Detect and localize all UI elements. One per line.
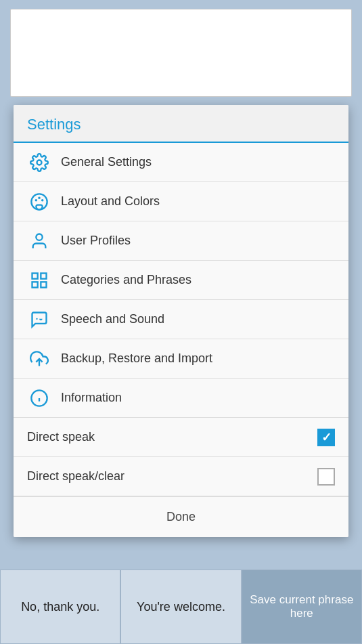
menu-item-information[interactable]: Information [14,379,348,418]
menu-item-general-settings[interactable]: General Settings [14,143,348,182]
svg-point-0 [37,160,42,165]
svg-point-5 [36,234,42,240]
settings-menu: Settings General Settings Layout and Col… [14,105,348,537]
toggle-direct-speak-label: Direct speak [27,430,95,444]
gear-icon [27,150,51,175]
done-label: Done [166,510,196,524]
top-area [0,0,362,105]
menu-title: Settings [27,116,81,133]
youre-welcome-button[interactable]: You're welcome. [120,570,241,644]
menu-item-speech-sound[interactable]: Speech and Sound [14,300,348,339]
menu-header: Settings [14,105,348,143]
menu-item-categories-phrases[interactable]: Categories and Phrases [14,261,348,300]
menu-item-label: User Profiles [61,234,131,248]
svg-rect-9 [41,282,46,287]
done-button[interactable]: Done [14,496,348,537]
svg-point-10 [36,318,37,319]
grid-icon [27,268,51,293]
menu-item-backup-restore[interactable]: Backup, Restore and Import [14,339,348,379]
text-display-box [10,9,352,97]
menu-item-label: General Settings [61,155,152,169]
menu-item-layout-colors[interactable]: Layout and Colors [14,182,348,221]
toggle-direct-speak-clear[interactable]: Direct speak/clear [14,457,348,496]
cloud-upload-icon [27,347,51,371]
palette-icon [27,190,51,214]
menu-item-label: Categories and Phrases [61,273,191,287]
direct-speak-checkbox[interactable]: ✓ [317,429,335,446]
toggle-direct-speak[interactable]: Direct speak ✓ [14,418,348,457]
svg-point-3 [38,196,41,199]
svg-rect-7 [41,273,46,278]
direct-speak-clear-checkbox[interactable] [317,468,335,486]
speech-icon [27,307,51,332]
svg-rect-8 [32,282,38,287]
user-icon [27,229,51,253]
info-icon [27,386,51,410]
menu-item-label: Speech and Sound [61,312,164,326]
svg-rect-6 [32,273,38,278]
menu-item-label: Backup, Restore and Import [61,351,212,366]
svg-point-2 [35,198,38,201]
menu-item-user-profiles[interactable]: User Profiles [14,221,348,261]
save-current-phrase-button[interactable]: Save current phrase here [242,570,362,644]
menu-item-label: Layout and Colors [61,194,160,209]
svg-point-1 [31,194,47,209]
svg-point-4 [41,198,44,201]
menu-item-label: Information [61,391,122,405]
toggle-direct-speak-clear-label: Direct speak/clear [27,469,125,484]
no-thank-you-button[interactable]: No, thank you. [0,570,120,644]
bottom-bar: No, thank you. You're welcome. Save curr… [0,570,362,644]
